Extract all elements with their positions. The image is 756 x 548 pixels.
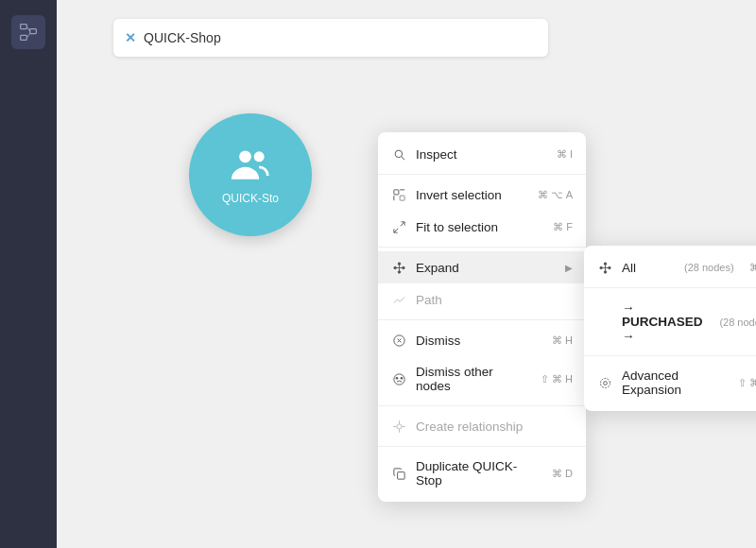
svg-point-7 [395, 150, 403, 158]
menu-label-path: Path [416, 293, 573, 307]
submenu-shortcut-advanced: ⇧ ⌘ E [738, 377, 756, 389]
context-menu: Inspect ⌘ I Invert selection ⌘ ⌥ A Fit t… [378, 132, 586, 502]
menu-shortcut-invert: ⌘ ⌥ A [538, 189, 573, 201]
svg-line-13 [400, 221, 404, 225]
menu-shortcut-inspect: ⌘ I [557, 148, 573, 161]
canvas: ✕ QUICK-Shop QUICK-Sto Inspect ⌘ I In [57, 0, 756, 548]
menu-item-create-relationship: Create relationship [378, 410, 586, 442]
menu-label-create-rel: Create relationship [416, 420, 573, 434]
users-icon [230, 145, 271, 186]
svg-point-32 [600, 378, 610, 387]
menu-shortcut-duplicate: ⌘ D [552, 468, 573, 480]
search-bar: ✕ QUICK-Shop [113, 19, 548, 57]
menu-label-dismiss-other: Dismiss other nodes [416, 365, 531, 393]
menu-item-duplicate[interactable]: Duplicate QUICK-Stop ⌘ D [378, 451, 586, 496]
divider-4 [378, 405, 586, 406]
menu-label-dismiss: Dismiss [416, 334, 542, 348]
menu-item-dismiss-other[interactable]: Dismiss other nodes ⇧ ⌘ H [378, 356, 586, 402]
graph-icon [19, 23, 38, 42]
menu-label-fit: Fit to selection [416, 220, 543, 234]
svg-point-36 [393, 373, 404, 384]
submenu-item-purchased[interactable]: → PURCHASED → (28 nodes) [584, 292, 756, 351]
dismiss-other-icon [391, 371, 406, 386]
svg-point-39 [397, 424, 402, 429]
submenu-divider-2 [584, 355, 756, 356]
duplicate-icon [391, 466, 406, 481]
svg-rect-10 [400, 196, 404, 200]
menu-shortcut-dismiss: ⌘ H [552, 334, 573, 347]
inspect-icon [391, 146, 406, 162]
svg-point-38 [401, 377, 403, 379]
dismiss-icon [391, 333, 406, 348]
fit-to-selection-icon [391, 219, 406, 234]
menu-label-inspect: Inspect [416, 147, 547, 162]
submenu-label-all: All [622, 261, 675, 275]
sidebar [0, 0, 57, 548]
menu-item-expand[interactable]: Expand ▶ All (28 nodes) ⌘ E → PURCHAS [378, 251, 586, 283]
submenu-expand: All (28 nodes) ⌘ E → PURCHASED → (28 nod… [584, 246, 756, 411]
sidebar-graph-button[interactable] [11, 15, 45, 49]
divider-1 [378, 174, 586, 175]
search-value: QUICK-Shop [144, 30, 221, 45]
submenu-label-purchased: → PURCHASED → [622, 300, 710, 343]
svg-rect-9 [393, 189, 398, 194]
expand-arrow-icon: ▶ [565, 263, 573, 273]
submenu-item-all[interactable]: All (28 nodes) ⌘ E [584, 251, 756, 283]
svg-rect-2 [21, 35, 27, 40]
menu-item-invert-selection[interactable]: Invert selection ⌘ ⌥ A [378, 179, 586, 211]
svg-line-8 [402, 157, 404, 160]
svg-point-37 [396, 377, 398, 379]
menu-item-dismiss[interactable]: Dismiss ⌘ H [378, 324, 586, 356]
menu-label-expand: Expand [416, 261, 556, 275]
submenu-suffix-all: (28 nodes) [684, 262, 734, 273]
expand-icon [391, 260, 406, 275]
clear-search-button[interactable]: ✕ [125, 30, 136, 45]
divider-3 [378, 319, 586, 320]
menu-label-duplicate: Duplicate QUICK-Stop [416, 459, 542, 488]
menu-shortcut-fit: ⌘ F [553, 221, 573, 233]
svg-line-3 [26, 26, 29, 31]
divider-2 [378, 247, 586, 248]
node-circle[interactable]: QUICK-Sto [189, 113, 312, 236]
svg-point-31 [603, 381, 607, 385]
all-icon [597, 260, 612, 275]
menu-item-inspect[interactable]: Inspect ⌘ I [378, 138, 586, 170]
path-icon [391, 292, 406, 307]
svg-point-6 [254, 151, 265, 162]
svg-rect-1 [30, 29, 37, 34]
submenu-label-advanced: Advanced Expansion [622, 368, 729, 397]
invert-selection-icon [391, 187, 406, 202]
svg-rect-0 [21, 25, 27, 29]
submenu-divider-1 [584, 287, 756, 288]
svg-line-14 [393, 228, 397, 231]
create-relationship-icon [391, 419, 406, 434]
menu-item-fit-to-selection[interactable]: Fit to selection ⌘ F [378, 211, 586, 243]
submenu-suffix-purchased: (28 nodes) [719, 317, 756, 328]
svg-rect-44 [397, 471, 404, 479]
node-label: QUICK-Sto [222, 192, 279, 205]
menu-item-path: Path [378, 283, 586, 316]
menu-label-invert: Invert selection [416, 188, 528, 202]
svg-point-5 [239, 150, 251, 163]
purchased-icon [597, 315, 612, 330]
advanced-icon [597, 375, 612, 390]
submenu-shortcut-all: ⌘ E [749, 262, 756, 274]
divider-5 [378, 446, 586, 447]
menu-shortcut-dismiss-other: ⇧ ⌘ H [541, 373, 573, 385]
submenu-item-advanced[interactable]: Advanced Expansion ⇧ ⌘ E [584, 360, 756, 405]
